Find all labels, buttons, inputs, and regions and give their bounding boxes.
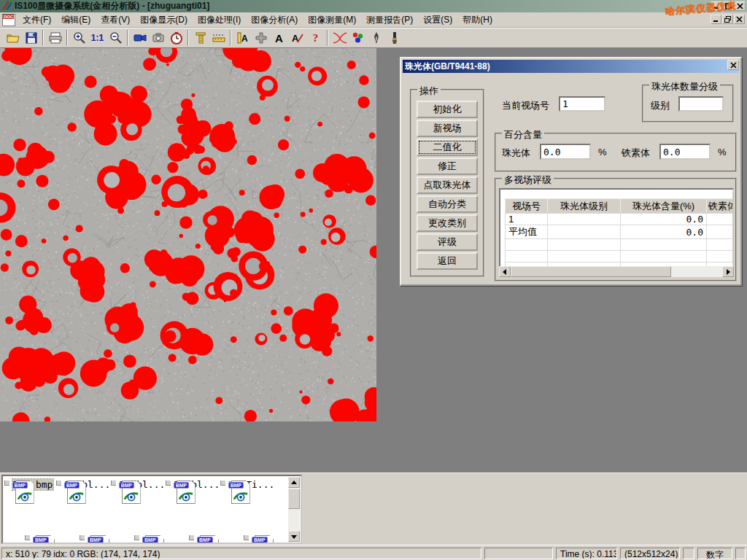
status-bar: x: 510 y: 79 idx: 0 RGB: (174, 174, 174)… [0,545,747,560]
table-row [506,251,735,262]
file-item[interactable]: BMP DKF.bmp [7,479,58,490]
binarize-button[interactable]: 二值化 [417,139,478,156]
vscroll-thumb[interactable] [288,489,300,509]
file-item[interactable]: BMP Doubl... [171,479,222,490]
auto-classify-button[interactable]: 自动分类 [417,195,478,213]
zoom-in-icon[interactable] [70,29,88,47]
window-title: IS100显微摄像系统(金相分析版) - [zhuguangti01] [15,0,209,12]
toolbar-separator [230,30,231,46]
table-row[interactable]: 1 0.0 [506,214,735,225]
dialog-title: 珠光体(GB/T9441-88) [405,61,490,73]
measure-text-icon[interactable]: A [233,29,252,47]
pearlite-percent-input[interactable] [540,144,591,160]
pick-pearlite-button[interactable]: 点取珠光体 [417,176,478,194]
close-button[interactable] [735,1,746,11]
image-size-status: (512x512x24) [620,548,680,559]
menu-settings[interactable]: 设置(S) [418,12,457,28]
change-class-button[interactable]: 更改类别 [417,214,478,232]
toolbar-separator [327,30,328,46]
init-button[interactable]: 初始化 [417,101,478,118]
specimen-image[interactable] [0,48,376,421]
menu-view[interactable]: 查看(V) [96,12,135,28]
current-field-input[interactable] [559,96,605,112]
toolbar-separator [42,30,44,46]
file-list-vscrollbar[interactable] [288,477,300,542]
menu-image-display[interactable]: 图像显示(D) [135,12,193,28]
ferrite-label: 铁素体 [622,147,650,160]
caliper-icon[interactable] [191,29,209,47]
menu-image-processing[interactable]: 图像处理(I) [193,12,246,28]
menu-bar: DOC 文件(F) 编辑(E) 查看(V) 图像显示(D) 图像处理(I) 图像… [0,12,747,28]
brush-tool-icon[interactable] [385,29,403,47]
maximize-button[interactable] [723,1,734,11]
zoom-out-icon[interactable] [107,29,125,47]
grade-button[interactable]: 评级 [417,233,478,251]
percent-group: 百分含量 珠光体 % 铁素体 % [495,133,737,172]
capture-camera-icon[interactable] [149,29,167,47]
grid-tool-icon[interactable] [252,29,270,47]
document-icon[interactable]: DOC [2,14,15,26]
print-icon[interactable] [46,29,64,47]
table-row [506,239,735,251]
toolbar-separator [127,30,128,46]
classification-icon[interactable] [349,29,367,47]
pen-tool-icon[interactable] [367,29,385,47]
table-hscrollbar[interactable] [499,266,734,277]
svg-text:A: A [241,34,248,44]
ferrite-percent-input[interactable] [659,144,711,160]
save-icon[interactable] [22,29,40,47]
mode-status: 数字 [697,548,732,559]
toolbar-separator [187,30,189,46]
scroll-right-icon[interactable] [722,266,734,277]
text-tool-icon[interactable]: A [270,29,288,47]
return-button[interactable]: 返回 [417,252,478,270]
annotate-icon[interactable]: A [288,29,306,47]
cursor-status: x: 510 y: 79 idx: 0 RGB: (174, 174, 174) [1,548,481,559]
menu-image-measure[interactable]: 图像测量(M) [303,12,361,28]
scroll-left-icon[interactable] [499,266,511,277]
ferrite-percent-sign: % [718,147,727,158]
grading-group: 珠光体数量分级 级别 [642,85,734,122]
file-item[interactable]: BMP HuiTi... [226,479,277,490]
grade-label: 级别 [651,99,670,112]
menu-file[interactable]: 文件(F) [18,12,56,28]
dialog-title-bar[interactable]: 珠光体(GB/T9441-88) [403,60,739,73]
file-item[interactable]: BMP Doubl... [117,479,168,490]
video-camera-icon[interactable] [131,29,149,47]
mdi-restore-button[interactable] [722,15,733,24]
help-icon[interactable]: ? [306,29,325,47]
pearlite-label: 珠光体 [502,147,530,160]
grade-input[interactable] [678,96,724,112]
ruler-icon[interactable] [209,29,228,47]
curve-tool-icon[interactable] [330,29,349,47]
actual-size-button[interactable]: 1:1 [88,29,107,47]
mdi-close-button[interactable] [734,15,745,24]
correct-button[interactable]: 修正 [417,158,478,175]
col-pearlite-content[interactable]: 珠光体含量(%) [621,199,707,214]
toolbar-separator [66,30,68,46]
menu-measure-report[interactable]: 测量报告(P) [361,12,418,28]
scroll-up-icon[interactable] [288,477,300,488]
col-ferrite[interactable]: 铁素体 [707,199,735,214]
file-browser-panel: BMP DKF.bmp BMP Doubl... BMP Doubl... BM… [0,472,747,545]
table-row[interactable]: 平均值 0.0 [506,225,735,239]
minimize-button[interactable] [711,1,722,11]
percent-group-label: 百分含量 [502,128,544,141]
menu-help[interactable]: 帮助(H) [457,12,498,28]
multifield-group-label: 多视场评级 [502,174,554,187]
menu-image-analysis[interactable]: 图像分析(A) [246,12,303,28]
time-status: Time (s): 0.113 [556,548,617,559]
open-folder-icon[interactable] [4,29,22,47]
dialog-close-icon[interactable] [727,60,739,70]
col-pearlite-grade[interactable]: 珠光体级别 [548,199,621,214]
file-item[interactable]: BMP Doubl... [62,479,113,490]
toolbar: 1:1 A A A ? [0,28,747,48]
timer-icon[interactable] [167,29,185,47]
mdi-minimize-button[interactable] [711,15,721,24]
new-field-button[interactable]: 新视场 [417,120,478,137]
menu-edit[interactable]: 编辑(E) [56,12,96,28]
grading-table-container: 视场号 珠光体级别 珠光体含量(%) 铁素体 1 0.0 平均值 0.0 [499,188,734,270]
hscroll-thumb[interactable] [511,266,671,277]
scroll-down-icon[interactable] [288,531,300,542]
col-field-number[interactable]: 视场号 [506,199,548,214]
